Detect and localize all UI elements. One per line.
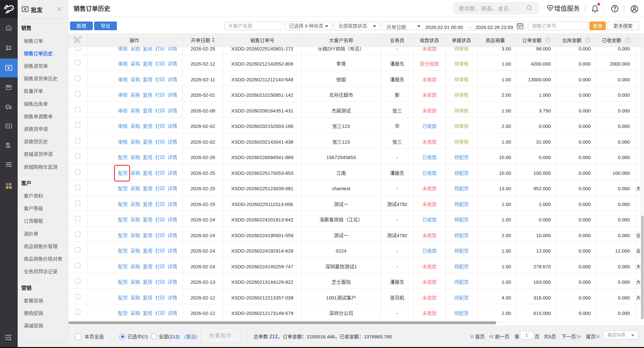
svg-text:?: ? — [587, 38, 589, 42]
svg-text:?: ? — [627, 38, 629, 42]
svg-text:?: ? — [547, 38, 549, 42]
